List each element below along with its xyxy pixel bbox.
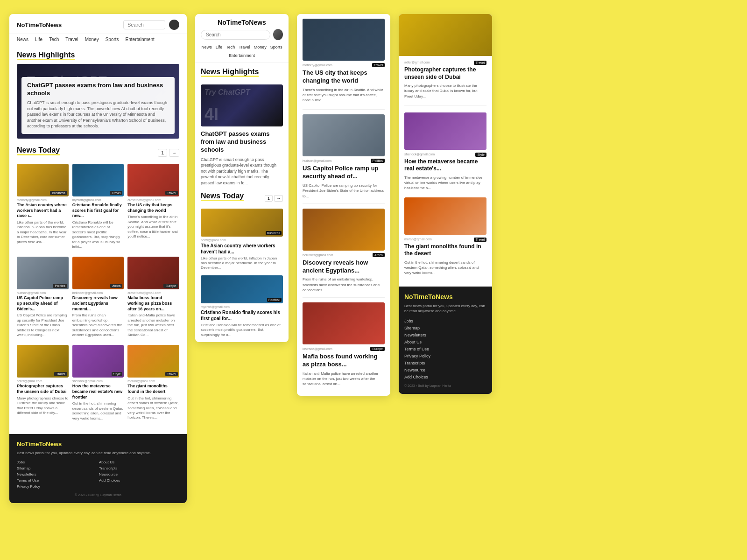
nav-sports[interactable]: Sports: [106, 37, 119, 42]
news-grid-row1: Business motiarty@gmail.com The Asian co…: [17, 164, 179, 249]
s4-desc-1: The metaverse a growing number of immers…: [404, 175, 486, 191]
footer-link-aboutus[interactable]: About Us: [99, 460, 179, 464]
desc-6: Many photographers choose to illustrate …: [17, 396, 69, 416]
title-5: Mafia boss found working as pizza boss a…: [127, 295, 179, 312]
title-3: US Capitol Police ramp up security ahead…: [17, 295, 69, 312]
s2-avatar[interactable]: [273, 29, 283, 40]
s2-nav-money[interactable]: Money: [254, 45, 267, 49]
s2-nav-sports[interactable]: Sports: [270, 45, 282, 49]
s3-article-1[interactable]: hudson@gmail.com Politics US Capitol Pol…: [303, 114, 385, 198]
nav: News Life Tech Travel Money Sports Enter…: [9, 34, 187, 45]
nav-entertainment[interactable]: Entertainment: [126, 37, 155, 42]
nav-money[interactable]: Money: [85, 37, 99, 42]
s3-body: motiarty@gmail.com Travel The US city th…: [297, 14, 390, 396]
footer-link-jobs[interactable]: Jobs: [17, 460, 97, 464]
news-card-7[interactable]: Style sherlock@gmail.com How the metaver…: [72, 345, 124, 421]
s4-footer-newsource[interactable]: Newsource: [404, 368, 486, 372]
screen-4: adler@gmail.com Travel Photographer capt…: [399, 14, 492, 394]
s4-footer-transcripts[interactable]: Transcripts: [404, 361, 486, 365]
s2-nav-travel[interactable]: Travel: [239, 45, 250, 49]
s2-hero[interactable]: Try ChatGPT 4I ChatGPT passes exams from…: [201, 84, 283, 186]
screens-container: NoTimeToNews News Life Tech Travel Money…: [9, 14, 738, 503]
s2-desc-1: Cristiano Ronaldo will be remembered as …: [201, 323, 283, 337]
nav-life[interactable]: Life: [35, 37, 42, 42]
s2-nav-tech[interactable]: Tech: [226, 45, 235, 49]
s3-article-2[interactable]: bellinber@gmail.com Africa Discovery rev…: [303, 209, 385, 293]
desc-8: Out in the hot, shimmering desert sands …: [127, 396, 179, 420]
news-card-8[interactable]: Travel moran@gmail.com The giant monolit…: [127, 345, 179, 421]
s3-article-3[interactable]: lostrade@gmail.com Europe Mafia boss fou…: [303, 302, 385, 386]
footer-link-transcripts[interactable]: Transcripts: [99, 466, 179, 470]
s2-title-0: The Asian country where workers haven't …: [201, 243, 283, 255]
s2-email-1: mycroft@gmail.com: [201, 305, 283, 308]
s2-highlights-title: News Highlights: [201, 68, 259, 76]
footer-link-terms[interactable]: Terms of Use: [17, 478, 97, 483]
s4-footer-sitemap[interactable]: Sitemap: [404, 326, 486, 330]
news-card-1[interactable]: Travel mycroft@gmail.com Cristiano Ronal…: [72, 164, 124, 249]
avatar[interactable]: [169, 20, 179, 30]
news-card-0[interactable]: Business motiarty@gmail.com The Asian co…: [17, 164, 69, 249]
s3-desc-3: Italian anti-Mafia police have arrested …: [303, 371, 385, 387]
s4-footer-logo: NoTimeToNews: [404, 293, 486, 301]
s2-next-arrow[interactable]: →: [274, 195, 283, 202]
hero-overlay: ChatGPT passes exams from law and busine…: [21, 77, 175, 134]
s2-news-item-0[interactable]: Business nerw@gmail.com The Asian countr…: [201, 209, 283, 271]
s4-footer-terms[interactable]: Terms of Use: [404, 347, 486, 351]
s3-divider-3: [303, 297, 385, 298]
s3-article-0[interactable]: motiarty@gmail.com Travel The US city th…: [303, 19, 385, 103]
s2-search-input[interactable]: [201, 30, 270, 40]
title-8: The giant monoliths found in the desert: [127, 384, 179, 394]
news-card-5[interactable]: Europe cresofdata@gmail.com Mafia boss f…: [127, 257, 179, 337]
s2-nav-entertainment[interactable]: Entertainment: [229, 53, 255, 58]
nav-news[interactable]: News: [17, 37, 28, 42]
s4-footer: NoTimeToNews Best news portal for you, u…: [399, 287, 492, 393]
news-card-6[interactable]: Travel adler@gmail.com Photographer capt…: [17, 345, 69, 421]
s4-article-2[interactable]: moran@gmail.com Travel The giant monolit…: [404, 197, 486, 276]
nav-travel[interactable]: Travel: [65, 37, 78, 42]
s3-badge-0: Travel: [372, 63, 385, 67]
s4-footer-addchoices[interactable]: Add Choices: [404, 375, 486, 379]
search-input[interactable]: [123, 20, 165, 29]
s3-title-3: Mafia boss found working as pizza boss..…: [303, 353, 385, 369]
footer-link-privacy[interactable]: Privacy Policy: [17, 484, 97, 489]
s2-desc-0: Like other parts of the world, inflation…: [201, 256, 283, 271]
s4-article-1[interactable]: sherlock@gmail.com Style How the metaver…: [404, 112, 486, 191]
s4-footer-about[interactable]: About Us: [404, 340, 486, 344]
s3-badge-3: Europe: [370, 347, 385, 351]
footer-link-sitemap[interactable]: Sitemap: [17, 466, 97, 470]
s3-badge-1: Politics: [371, 159, 385, 163]
footer: NoTimeToNews Best news portal for you, u…: [9, 434, 187, 503]
badge-2: Travel: [165, 191, 178, 195]
s2-nav-life[interactable]: Life: [216, 45, 223, 49]
screen-3: motiarty@gmail.com Travel The US city th…: [297, 14, 390, 396]
s4-top-img: [399, 14, 492, 56]
news-card-3[interactable]: Politics hudson@gmail.com US Capitol Pol…: [17, 257, 69, 337]
news-card-4[interactable]: Africa bellinber@gmail.com Discovery rev…: [72, 257, 124, 337]
footer-link-newsletters[interactable]: Newsletters: [17, 472, 97, 476]
search-area: [123, 20, 179, 30]
s4-footer-links: Jobs Sitemap Newsletters About Us Terms …: [404, 319, 486, 379]
s2-news-item-1[interactable]: Football mycroft@gmail.com Cristiano Ron…: [201, 275, 283, 337]
s4-article-0[interactable]: adler@gmail.com Travel Photographer capt…: [404, 61, 486, 106]
badge-3: Politics: [53, 284, 67, 288]
s4-footer-newsletters[interactable]: Newsletters: [404, 333, 486, 337]
news-card-2[interactable]: Travel cresofdata@gmail.com The US city …: [127, 164, 179, 249]
body: News Highlights Try ChatGPT 4I ChatGPT p…: [9, 45, 187, 434]
footer-desc: Best news portal for you, updated every …: [17, 450, 179, 455]
s2-nav-news[interactable]: News: [201, 45, 212, 49]
news-today-header: News Today 1 →: [17, 146, 179, 159]
next-page-arrow[interactable]: →: [169, 149, 179, 157]
s4-desc-0: Many photographers choose to illustrate …: [404, 83, 486, 99]
hero-card[interactable]: Try ChatGPT 4I ChatGPT passes exams from…: [17, 64, 179, 139]
badge-7: Style: [112, 372, 123, 376]
page-number: 1: [158, 149, 167, 157]
nav-tech[interactable]: Tech: [49, 37, 59, 42]
s4-badge-2: Travel: [474, 238, 486, 242]
footer-link-newsource[interactable]: Newsource: [99, 472, 179, 476]
s3-desc-0: There's something in the air in Seattle.…: [303, 87, 385, 103]
footer-link-addchoices[interactable]: Add Choices: [99, 478, 179, 483]
s2-title-1: Cristiano Ronaldo finally scores his fir…: [201, 309, 283, 322]
s4-footer-jobs[interactable]: Jobs: [404, 319, 486, 323]
s4-footer-privacy[interactable]: Privacy Policy: [404, 354, 486, 358]
email-8: moran@gmail.com: [127, 379, 179, 383]
